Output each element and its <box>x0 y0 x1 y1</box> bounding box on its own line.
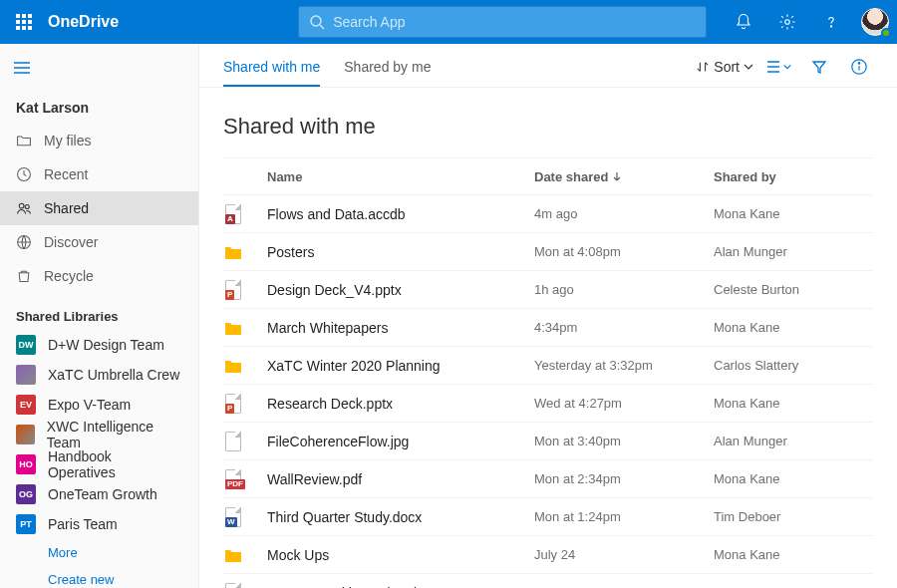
collapse-nav-icon[interactable] <box>0 50 44 86</box>
file-name: Posters <box>267 244 314 260</box>
shared-by: Mona Kane <box>714 471 873 486</box>
library-item[interactable]: PTParis Team <box>0 509 198 539</box>
library-item[interactable]: EVExpo V-Team <box>0 390 198 420</box>
shared-by: Alan Munger <box>714 244 873 259</box>
file-icon <box>223 356 243 376</box>
table-row[interactable]: March Whitepapers4:34pmMona Kane <box>223 309 873 347</box>
date-shared: Mon at 2:34pm <box>534 471 714 486</box>
account-avatar[interactable] <box>853 0 897 44</box>
settings-icon[interactable] <box>765 0 809 44</box>
library-badge <box>16 365 36 385</box>
chevron-down-icon <box>783 63 791 71</box>
sort-icon <box>696 60 710 74</box>
library-item[interactable]: DWD+W Design Team <box>0 330 198 360</box>
shared-by: Mona Kane <box>714 547 873 562</box>
table-header: Name Date shared Shared by <box>223 157 873 195</box>
table-row[interactable]: WThird Quarter Study.docxMon at 1:24pmTi… <box>223 498 873 536</box>
date-shared: 4m ago <box>534 206 714 221</box>
shared-by: Mona Kane <box>714 206 873 221</box>
tab-shared-with-me[interactable]: Shared with me <box>223 49 320 87</box>
help-icon[interactable] <box>809 0 853 44</box>
date-shared: Wed at 4:27pm <box>534 396 714 411</box>
tabs-row: Shared with meShared by me Sort <box>199 44 897 88</box>
shared-by: Tim Deboer <box>714 509 873 524</box>
file-name: XaTC Winter 2020 Planning <box>267 358 441 374</box>
filter-button[interactable] <box>805 53 833 81</box>
notifications-icon[interactable] <box>722 0 765 44</box>
library-badge: PT <box>16 514 36 534</box>
date-shared: 4:34pm <box>534 320 714 335</box>
file-name: Research Deck.pptx <box>267 396 393 412</box>
svg-point-2 <box>785 20 790 25</box>
sidebar: Kat Larson My filesRecentSharedDiscoverR… <box>0 44 199 588</box>
chevron-down-icon <box>744 62 753 72</box>
library-item[interactable]: XaTC Umbrella Crew <box>0 360 198 390</box>
app-launcher-icon[interactable] <box>0 0 48 44</box>
date-shared: 1h ago <box>534 282 714 297</box>
column-shared-by[interactable]: Shared by <box>714 169 873 184</box>
svg-point-0 <box>311 16 321 26</box>
library-item[interactable]: XWC Intelligence Team <box>0 420 198 449</box>
file-name: Flows and Data.accdb <box>267 206 406 222</box>
file-name: FileCoherenceFlow.jpg <box>267 434 409 449</box>
library-badge <box>16 425 35 444</box>
file-table: Name Date shared Shared by AFlows and Da… <box>199 157 897 588</box>
library-badge: OG <box>16 484 36 504</box>
file-icon: P <box>223 280 243 300</box>
date-shared: Yesterday at 3:32pm <box>534 358 714 373</box>
sort-desc-icon <box>612 171 622 181</box>
nav-item-shared[interactable]: Shared <box>0 191 198 225</box>
info-button[interactable] <box>845 53 873 81</box>
main-content: Shared with meShared by me Sort <box>199 44 897 588</box>
table-row[interactable]: FileCoherenceFlow.jpgMon at 3:40pmAlan M… <box>223 423 873 460</box>
file-icon: P <box>223 394 243 414</box>
nav-item-discover[interactable]: Discover <box>0 225 198 259</box>
library-item[interactable]: HOHandbook Operatives <box>0 449 198 479</box>
nav-item-my-files[interactable]: My files <box>0 124 198 157</box>
file-icon <box>223 545 243 565</box>
sort-button[interactable]: Sort <box>696 59 753 75</box>
app-name[interactable]: OneDrive <box>48 13 139 31</box>
shared-libraries-label: Shared Libraries <box>0 293 198 330</box>
file-name: Third Quarter Study.docx <box>267 509 422 525</box>
column-date[interactable]: Date shared <box>534 169 714 184</box>
more-libraries-link[interactable]: More <box>0 539 198 566</box>
file-icon <box>223 242 243 262</box>
svg-point-8 <box>19 203 24 208</box>
file-icon <box>223 318 243 338</box>
table-row[interactable]: Mock UpsJuly 24Mona Kane <box>223 536 873 574</box>
svg-point-16 <box>858 63 859 64</box>
nav-item-recent[interactable]: Recent <box>0 157 198 191</box>
table-row[interactable]: PDFWallReview.pdfMon at 2:34pmMona Kane <box>223 460 873 498</box>
table-row[interactable]: ▶UeoD Transition Animation.movJuly 23Cel… <box>223 574 873 588</box>
table-row[interactable]: PostersMon at 4:08pmAlan Munger <box>223 233 873 271</box>
file-name: March Whitepapers <box>267 320 388 336</box>
library-item[interactable]: OGOneTeam Growth <box>0 479 198 509</box>
search-box[interactable] <box>298 6 707 38</box>
file-name: WallReview.pdf <box>267 471 362 487</box>
date-shared: Mon at 3:40pm <box>534 434 714 448</box>
column-name[interactable]: Name <box>267 169 534 184</box>
nav-item-recycle[interactable]: Recycle <box>0 259 198 293</box>
table-row[interactable]: AFlows and Data.accdb4m agoMona Kane <box>223 195 873 233</box>
svg-point-9 <box>25 204 29 208</box>
tab-shared-by-me[interactable]: Shared by me <box>344 49 431 87</box>
library-badge: HO <box>16 454 36 474</box>
shared-by: Carlos Slattery <box>714 358 873 373</box>
table-row[interactable]: PResearch Deck.pptxWed at 4:27pmMona Kan… <box>223 385 873 423</box>
create-new-link[interactable]: Create new <box>0 566 198 588</box>
view-options-button[interactable] <box>765 53 793 81</box>
shared-by: Celeste Burton <box>714 282 873 297</box>
search-input[interactable] <box>333 14 696 30</box>
svg-point-3 <box>830 26 831 27</box>
table-row[interactable]: XaTC Winter 2020 PlanningYesterday at 3:… <box>223 347 873 385</box>
file-name: UeoD Transition Animation.mov <box>267 585 462 589</box>
file-name: Mock Ups <box>267 547 329 563</box>
library-badge: EV <box>16 395 36 415</box>
file-icon: PDF <box>223 469 243 489</box>
page-title: Shared with me <box>199 88 897 157</box>
shared-by: Mona Kane <box>714 320 873 335</box>
file-icon: W <box>223 507 243 527</box>
date-shared: July 24 <box>534 547 714 562</box>
table-row[interactable]: PDesign Deck_V4.pptx1h agoCeleste Burton <box>223 271 873 309</box>
